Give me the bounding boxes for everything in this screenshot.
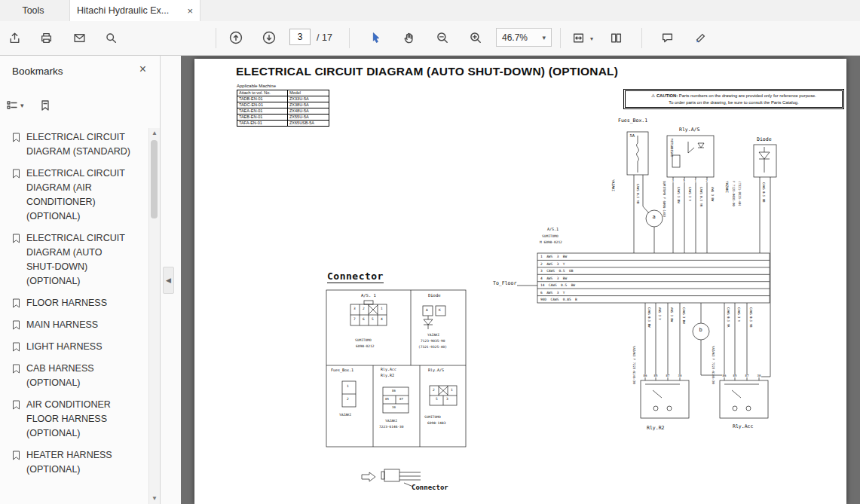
- next-page-button[interactable]: [256, 25, 282, 50]
- pin-label: 85: [733, 374, 737, 377]
- bookmark-options-button[interactable]: ▾: [6, 96, 24, 115]
- pin-label: A: [426, 308, 428, 312]
- previous-page-button[interactable]: [223, 25, 249, 50]
- panel-splitter[interactable]: ◀: [161, 55, 181, 504]
- scroll-down-icon[interactable]: ▼: [149, 493, 160, 504]
- bookmark-tool-button[interactable]: [39, 96, 51, 115]
- bookmark-item[interactable]: HEATER HARNESS (OPTIONAL): [0, 448, 149, 484]
- part-number-label: (7321-9325-40): [418, 345, 447, 349]
- pin-label: 86: [392, 389, 396, 393]
- part-number-label: 6098-0212: [356, 344, 374, 348]
- wire-label: AWS 3 Y: [657, 307, 661, 320]
- scroll-up-icon[interactable]: ▲: [149, 128, 160, 139]
- as1-part-label: M 6098-0212: [540, 240, 562, 244]
- bookmark-options-icon: [6, 99, 18, 111]
- zoom-level-select[interactable]: 46.7% ▾: [496, 28, 552, 47]
- document-pane[interactable]: ELECTRICAL CIRCUIT DIAGRAM (AUTO SHUT-DO…: [181, 55, 860, 504]
- comment-button[interactable]: [654, 25, 680, 50]
- select-tool-button[interactable]: [363, 25, 388, 50]
- bookmark-icon: [12, 400, 20, 410]
- bookmark-label: ELECTRICAL CIRCUIT DIAGRAM (STANDARD): [26, 130, 132, 159]
- toolbar-separator: [349, 28, 350, 48]
- sidebar-scrollbar-thumb[interactable]: [151, 140, 158, 218]
- bookmark-item[interactable]: LIGHT HARNESS: [0, 340, 149, 362]
- harness-row: 2 AWS 3 Y: [540, 262, 565, 266]
- bookmark-label: AIR CONDITIONER FLOOR HARNESS (OPTIONAL): [26, 398, 132, 441]
- pin-label: 86: [643, 374, 647, 377]
- pdf-page: ELECTRICAL CIRCUIT DIAGRAM (AUTO SHUT-DO…: [194, 59, 846, 504]
- collapse-panel-button[interactable]: ◀: [163, 267, 174, 294]
- tab-close-icon[interactable]: ×: [187, 6, 193, 16]
- connector-fuse-title: Fues_Box.1: [331, 368, 353, 373]
- tab-document-label: Hitachi Hydraulic Ex...: [77, 5, 169, 16]
- zoom-level-value: 46.7%: [502, 32, 528, 43]
- wire-label: CAWS 0.5 OB: [761, 182, 765, 203]
- circuit-diagram-svg: [194, 59, 846, 504]
- pin-label: 2: [347, 397, 349, 401]
- pin-label: 87: [745, 374, 749, 377]
- bookmark-icon: [12, 298, 20, 308]
- as1-maker-label: SUMITOMO: [542, 234, 559, 238]
- bookmark-item[interactable]: CAB HARNESS (OPTIONAL): [0, 362, 149, 398]
- pin-label: 2: [363, 307, 365, 310]
- bookmark-item[interactable]: ELECTRICAL CIRCUIT DIAGRAM (STANDARD): [0, 130, 149, 166]
- part-number-label: 7223-6146-30: [379, 425, 404, 429]
- bookmark-item[interactable]: AIR CONDITIONER FLOOR HARNESS (OPTIONAL): [0, 398, 149, 448]
- bookmark-item[interactable]: ELECTRICAL CIRCUIT DIAGRAM (AIR CONDITIO…: [0, 166, 149, 231]
- part-number-label: 6098-1483: [427, 421, 445, 425]
- email-icon: [73, 32, 86, 44]
- zoom-in-button[interactable]: [463, 25, 488, 50]
- pin-label: 2: [705, 179, 708, 182]
- part-number-label: F 7123-9035-90: [731, 181, 735, 206]
- bookmark-icon: [12, 169, 20, 179]
- wire-label: CAWS 0.5 YR: [726, 307, 730, 328]
- pin-label: 5: [436, 397, 438, 401]
- bookmarks-close-icon[interactable]: ×: [139, 63, 146, 75]
- pin-label: 85: [653, 374, 658, 377]
- bookmark-item[interactable]: MAIN HARNESS: [0, 318, 149, 340]
- highlight-button[interactable]: [687, 25, 713, 50]
- hand-tool-icon: [402, 32, 415, 44]
- to-floor-label: To_Floor: [493, 281, 516, 286]
- share-button[interactable]: [2, 25, 27, 50]
- toolbar-separator: [641, 28, 642, 48]
- connector-rly-as-title: Rly.A/S: [428, 368, 444, 373]
- fuse-rating-label: 5A: [629, 134, 635, 139]
- bookmark-item[interactable]: ELECTRICAL CIRCUIT DIAGRAM (AUTO SHUT-DO…: [0, 231, 149, 296]
- fit-width-button[interactable]: [565, 25, 591, 50]
- email-button[interactable]: [66, 25, 92, 50]
- page-number-input[interactable]: [289, 29, 311, 45]
- print-button[interactable]: [33, 25, 59, 50]
- tab-document[interactable]: Hitachi Hydraulic Ex... ×: [69, 0, 200, 21]
- bookmark-label: FLOOR HARNESS: [26, 296, 107, 310]
- connector-rly-acc-title: Rly.Acc: [381, 368, 396, 372]
- part-number-label: 7123-9035-90: [421, 339, 445, 343]
- search-button[interactable]: [98, 25, 124, 50]
- tab-bar: Tools Hitachi Hydraulic Ex... ×: [0, 0, 860, 22]
- chevron-down-icon[interactable]: ▾: [590, 35, 593, 42]
- bookmarks-panel-title: Bookmarks: [12, 66, 63, 77]
- bookmark-label: ELECTRICAL CIRCUIT DIAGRAM (AIR CONDITIO…: [26, 166, 132, 224]
- page-display-button[interactable]: [603, 25, 629, 50]
- node-a-label: a: [652, 215, 656, 220]
- relay-as-label: Rly.A/S: [679, 127, 699, 133]
- maker-label: YAZAKI: [725, 181, 729, 193]
- tab-tools[interactable]: Tools: [0, 0, 66, 21]
- bookmarks-panel: Bookmarks × ▾ ELECTRICAL CIRCUIT DIAGRAM…: [0, 55, 161, 504]
- toolbar-separator: [216, 28, 216, 48]
- zoom-out-button[interactable]: [430, 25, 455, 50]
- maker-label: MITSUBISHI: [669, 139, 673, 157]
- pin-label: K: [439, 308, 441, 312]
- wire-label: CAWS 0.5 BW: [647, 307, 650, 328]
- connector-as1-title: A/S. 1: [361, 293, 376, 298]
- connector-heading: Connector: [327, 270, 384, 283]
- pin-label: 1: [694, 179, 696, 182]
- sidebar-scrollbar[interactable]: ▲ ▼: [148, 128, 160, 504]
- maker-label: YAZAKI: [385, 419, 397, 423]
- part-number-label: YAZAKI F 7223-6146-30: [632, 346, 635, 384]
- bookmark-item[interactable]: FLOOR HARNESS: [0, 296, 149, 318]
- select-tool-icon: [369, 32, 382, 44]
- chevron-down-icon: ▾: [542, 34, 546, 41]
- hand-tool-button[interactable]: [396, 25, 421, 50]
- pin-label: 3: [672, 179, 674, 182]
